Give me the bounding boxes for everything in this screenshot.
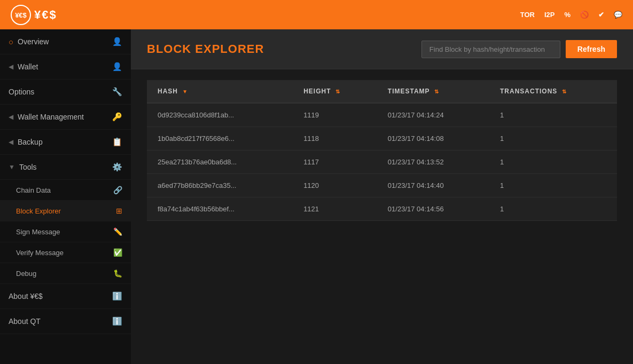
sidebar-item-sign-message[interactable]: Sign Message ✏️ (0, 221, 131, 242)
overview-icon: ○ (9, 37, 13, 46)
cell-hash: 1b0ab8cd217f76568e6... (147, 127, 293, 151)
cell-timestamp: 01/23/17 04:14:40 (377, 174, 489, 197)
cell-transactions: 1 (489, 174, 617, 197)
logo-icon: ¥€$ (11, 5, 31, 25)
sidebar-item-wallet-label: Wallet (18, 62, 38, 71)
sidebar-item-overview-label: Overview (18, 37, 49, 46)
cell-timestamp: 01/23/17 04:14:24 (377, 103, 489, 127)
sidebar-item-wallet[interactable]: ◀ Wallet 👤 (0, 54, 131, 80)
hash-sort-icon: ▼ (182, 89, 188, 94)
search-input[interactable] (421, 41, 560, 58)
wallet-chevron-icon: ◀ (9, 63, 13, 70)
chain-data-icon: 🔗 (113, 186, 122, 194)
sidebar-item-backup[interactable]: ◀ Backup 📋 (0, 130, 131, 155)
backup-chevron-icon: ◀ (9, 138, 13, 146)
sidebar-item-block-explorer[interactable]: Block Explorer ⊞ (0, 201, 131, 221)
cell-transactions: 1 (489, 151, 617, 174)
wallet-user-icon: 👤 (112, 62, 122, 72)
block-explorer-icon: ⊞ (116, 207, 122, 215)
sidebar-item-debug[interactable]: Debug 🐛 (0, 263, 131, 284)
sign-message-icon: ✏️ (113, 227, 122, 236)
sidebar-item-chain-data[interactable]: Chain Data 🔗 (0, 180, 131, 201)
ban-icon[interactable]: 🚫 (580, 11, 589, 19)
logo[interactable]: ¥€$ ¥€$ (11, 5, 57, 25)
sidebar-item-about-qt-label: About QT (9, 317, 41, 326)
sidebar-item-options-label: Options (9, 88, 34, 96)
table-body: 0d9239cca8106d8f1ab... 1119 01/23/17 04:… (147, 103, 617, 221)
cell-hash: a6ed77b86bb29e7ca35... (147, 174, 293, 197)
about-qt-icon: ℹ️ (112, 316, 122, 326)
timestamp-sort-icon: ⇅ (434, 89, 439, 94)
table-row[interactable]: f8a74c1ab4f63b56bbef... 1121 01/23/17 04… (147, 197, 617, 221)
cell-transactions: 1 (489, 103, 617, 127)
sidebar-item-verify-message[interactable]: Verify Message ✅ (0, 242, 131, 263)
blocks-table: HASH ▼ HEIGHT ⇅ TIMESTAMP ⇅ TRANSACTIONS… (147, 80, 617, 221)
tools-chevron-icon: ▼ (9, 163, 15, 171)
backup-icon: 📋 (112, 137, 122, 147)
logo-text: ¥€$ (34, 8, 57, 22)
table-row[interactable]: a6ed77b86bb29e7ca35... 1120 01/23/17 04:… (147, 174, 617, 197)
height-sort-icon: ⇅ (335, 89, 340, 94)
svg-text:¥€$: ¥€$ (15, 11, 27, 19)
cell-hash: 25ea2713b76ae0ba6d8... (147, 151, 293, 174)
sidebar-item-wm-label: Wallet Management (18, 113, 84, 121)
col-timestamp[interactable]: TIMESTAMP ⇅ (377, 80, 489, 103)
cell-hash: f8a74c1ab4f63b56bbef... (147, 197, 293, 221)
sidebar-item-backup-label: Backup (18, 138, 43, 146)
sidebar-item-about-qt[interactable]: About QT ℹ️ (0, 309, 131, 334)
cell-height: 1119 (293, 103, 377, 127)
sidebar: ○ Overview 👤 ◀ Wallet 👤 Options 🔧 ◀ Wall… (0, 29, 131, 364)
content-header: BLOCK EXPLORER Refresh (131, 29, 633, 69)
table-container: HASH ▼ HEIGHT ⇅ TIMESTAMP ⇅ TRANSACTIONS… (131, 69, 633, 364)
table-header: HASH ▼ HEIGHT ⇅ TIMESTAMP ⇅ TRANSACTIONS… (147, 80, 617, 103)
transactions-sort-icon: ⇅ (562, 89, 567, 94)
table-row[interactable]: 25ea2713b76ae0ba6d8... 1117 01/23/17 04:… (147, 151, 617, 174)
sidebar-item-sign-message-label: Sign Message (16, 228, 60, 236)
cell-timestamp: 01/23/17 04:14:08 (377, 127, 489, 151)
sidebar-item-debug-label: Debug (16, 270, 36, 278)
about-yes-icon: ℹ️ (112, 291, 122, 301)
wm-wrench-icon: 🔑 (112, 112, 122, 122)
sidebar-item-wallet-management[interactable]: ◀ Wallet Management 🔑 (0, 105, 131, 130)
i2p-label[interactable]: I2P (544, 11, 555, 19)
sidebar-item-about-yes[interactable]: About ¥€$ ℹ️ (0, 284, 131, 309)
sidebar-item-overview[interactable]: ○ Overview 👤 (0, 29, 131, 54)
cell-timestamp: 01/23/17 04:13:52 (377, 151, 489, 174)
refresh-button[interactable]: Refresh (566, 40, 617, 58)
sidebar-item-chain-data-label: Chain Data (16, 186, 51, 194)
tor-label[interactable]: TOR (520, 11, 535, 19)
cell-timestamp: 01/23/17 04:14:56 (377, 197, 489, 221)
table-row[interactable]: 1b0ab8cd217f76568e6... 1118 01/23/17 04:… (147, 127, 617, 151)
sidebar-item-options[interactable]: Options 🔧 (0, 80, 131, 105)
sidebar-item-verify-message-label: Verify Message (16, 249, 64, 257)
page-title: BLOCK EXPLORER (147, 42, 264, 56)
col-transactions[interactable]: TRANSACTIONS ⇅ (489, 80, 617, 103)
verify-message-icon: ✅ (113, 248, 122, 257)
sidebar-item-about-yes-label: About ¥€$ (9, 292, 43, 300)
col-height[interactable]: HEIGHT ⇅ (293, 80, 377, 103)
cell-height: 1117 (293, 151, 377, 174)
debug-icon: 🐛 (113, 269, 122, 278)
percent-label[interactable]: % (564, 11, 571, 19)
cell-transactions: 1 (489, 127, 617, 151)
table-row[interactable]: 0d9239cca8106d8f1ab... 1119 01/23/17 04:… (147, 103, 617, 127)
content-area: BLOCK EXPLORER Refresh HASH ▼ HEIGHT ⇅ (131, 29, 633, 364)
check-icon[interactable]: ✔ (598, 11, 604, 19)
chat-icon[interactable]: 💬 (614, 11, 622, 19)
overview-user-icon: 👤 (112, 37, 122, 46)
header-actions: Refresh (421, 40, 617, 58)
cell-height: 1121 (293, 197, 377, 221)
sidebar-item-tools[interactable]: ▼ Tools ⚙️ (0, 155, 131, 180)
cell-height: 1118 (293, 127, 377, 151)
sidebar-item-block-explorer-label: Block Explorer (16, 207, 61, 215)
tools-icon: ⚙️ (112, 162, 122, 172)
col-hash[interactable]: HASH ▼ (147, 80, 293, 103)
topbar-nav: TOR I2P % 🚫 ✔ 💬 (520, 11, 622, 19)
cell-transactions: 1 (489, 197, 617, 221)
main-layout: ○ Overview 👤 ◀ Wallet 👤 Options 🔧 ◀ Wall… (0, 29, 633, 364)
topbar: ¥€$ ¥€$ TOR I2P % 🚫 ✔ 💬 (0, 0, 633, 29)
cell-hash: 0d9239cca8106d8f1ab... (147, 103, 293, 127)
options-wrench-icon: 🔧 (112, 87, 122, 97)
wm-chevron-icon: ◀ (9, 113, 13, 121)
sidebar-item-tools-label: Tools (19, 163, 37, 171)
